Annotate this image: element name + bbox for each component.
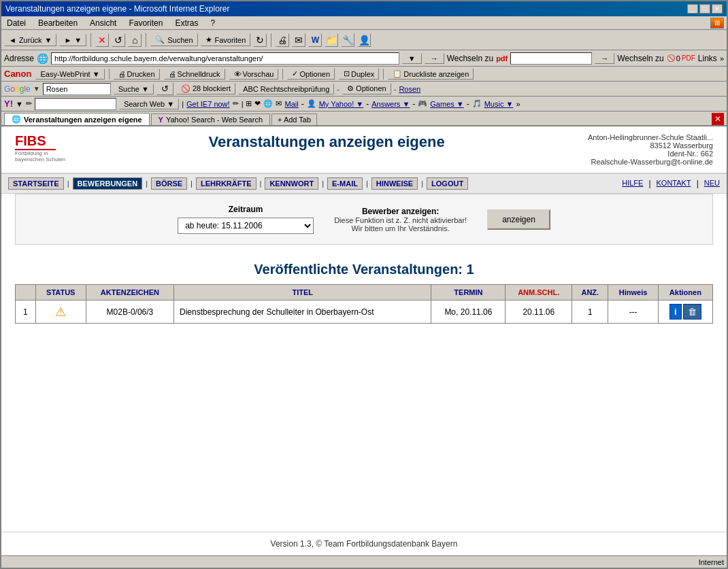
- yahoo-tools-icon: ⊞: [246, 99, 252, 108]
- yahoo-separator-icon: |: [182, 100, 184, 108]
- nav-hilfe[interactable]: HILFE: [622, 179, 643, 188]
- folder-button[interactable]: 📁: [325, 33, 338, 47]
- menu-favoriten[interactable]: Favoriten: [126, 18, 165, 28]
- yahoo-dot: -: [301, 99, 304, 109]
- info-button[interactable]: i: [669, 304, 682, 320]
- forward-arrow-icon: ►: [64, 36, 71, 44]
- yahoo-myyahoo-link[interactable]: My Yahoo! ▼: [319, 100, 364, 108]
- duplex-button[interactable]: ⊡ Duplex: [339, 68, 379, 80]
- close-button[interactable]: ✕: [712, 4, 723, 14]
- yahoo-dot4: -: [467, 99, 469, 109]
- drucken-button[interactable]: 🖨 Drucken: [114, 69, 160, 80]
- forward-button[interactable]: ► ▼: [59, 34, 86, 46]
- tab-veranstaltungen[interactable]: 🌐 Veranstaltungen anzeigen eigene: [4, 113, 150, 125]
- yahoo-answers-link[interactable]: Answers ▼: [371, 100, 410, 108]
- nav-email[interactable]: E-MAIL: [327, 177, 363, 190]
- yahoo-logo: Y!: [4, 99, 13, 109]
- nav-lehrkraefte[interactable]: LEHRKRÄFTE: [196, 177, 257, 190]
- user-button[interactable]: 👤: [357, 33, 371, 47]
- wechseln-label-2: Wechseln zu: [617, 54, 663, 63]
- address-input[interactable]: [51, 52, 399, 65]
- zeitraum-select[interactable]: ab heute: 15.11.2006: [178, 218, 314, 234]
- nav-kontakt[interactable]: KONTAKT: [657, 179, 691, 188]
- media-button[interactable]: ↻: [253, 33, 267, 47]
- back-button[interactable]: ◄ Zurück ▼: [4, 34, 56, 46]
- pdf-go-button[interactable]: →: [595, 53, 614, 64]
- stop-button[interactable]: ✕: [95, 33, 109, 47]
- schnelldruck-button[interactable]: 🖨 Schnelldruck: [164, 69, 225, 80]
- yahoo-dropdown[interactable]: ▼: [16, 100, 23, 108]
- row-titel: Dienstbesprechung der Schulleiter in Obe…: [173, 300, 431, 324]
- nav-startseite[interactable]: STARTSEITE: [8, 177, 64, 190]
- school-name: Anton-Heilingbrunner-Schule Staatli...: [588, 133, 713, 141]
- search-button[interactable]: 🔍 Suchen: [150, 33, 197, 46]
- maximize-button[interactable]: □: [699, 4, 710, 14]
- nav-hinweise[interactable]: HINWEISE: [371, 177, 418, 190]
- yahoo-search-button[interactable]: Search Web ▼: [119, 99, 179, 109]
- yahoo-music-link[interactable]: Music ▼: [484, 100, 514, 108]
- status-bar: Internet: [1, 555, 727, 568]
- tab-yahoo[interactable]: Y Yahoo! Search - Web Search: [151, 114, 270, 125]
- bewerber-label: Bewerber anzeigen:: [334, 207, 467, 216]
- word-button[interactable]: W: [308, 33, 322, 47]
- window-controls: _ □ ✕: [687, 4, 723, 14]
- canon-logo: Canon: [4, 69, 31, 79]
- nav-kennwort[interactable]: KENNWORT: [265, 177, 318, 190]
- address-dropdown-button[interactable]: ▼: [402, 53, 422, 64]
- easy-webprint-button[interactable]: Easy-WebPrint ▼: [35, 69, 104, 80]
- nav-logout[interactable]: LOGOUT: [427, 177, 468, 190]
- menu-datei[interactable]: Datei: [4, 18, 29, 28]
- vorschau-button[interactable]: 👁 Vorschau: [229, 69, 279, 80]
- google-refresh-icon[interactable]: ↺: [156, 82, 173, 95]
- counter-icon: 🚫: [667, 54, 675, 62]
- yahoo-search-input[interactable]: [35, 98, 116, 110]
- nav-boerse[interactable]: BÖRSE: [151, 177, 187, 190]
- tab-add-button[interactable]: + Add Tab: [271, 114, 317, 125]
- table-header-row: STATUS AKTENZEICHEN TITEL TERMIN ANM.SCH…: [16, 285, 713, 300]
- yahoo-person-icon: 👤: [307, 99, 316, 108]
- yahoo-games-link[interactable]: Games ▼: [430, 100, 463, 108]
- menu-ansicht[interactable]: Ansicht: [87, 18, 119, 28]
- google-dropdown[interactable]: ▼: [33, 85, 40, 92]
- google-optionen-button[interactable]: ⚙ Optionen: [342, 83, 391, 94]
- row-aktionen: i 🗑: [658, 300, 712, 324]
- nav-bewerbungen[interactable]: BEWERBUNGEN: [73, 177, 143, 190]
- yahoo-edit2-icon: ✏: [233, 99, 239, 108]
- druckliste-button[interactable]: 📋 Druckliste anzeigen: [388, 68, 474, 80]
- google-search-button[interactable]: Suche ▼: [114, 84, 154, 94]
- links-arrow-icon: »: [720, 54, 724, 63]
- browser-window: Veranstaltungen anzeigen eigene - Micros…: [0, 0, 728, 569]
- tab-close-button[interactable]: ✕: [712, 113, 724, 125]
- menu-bar: Datei Bearbeiten Ansicht Favoriten Extra…: [1, 16, 727, 30]
- yahoo-mail-link[interactable]: Mail: [284, 100, 298, 108]
- google-search-input[interactable]: [43, 83, 111, 95]
- nav-sep-3: |: [191, 179, 193, 188]
- yahoo-get-ie7-link[interactable]: Get IE7 now!: [186, 100, 230, 108]
- pdf-input[interactable]: [510, 52, 592, 65]
- page-content: FIBS Fortbildung inbayerischen Schulen V…: [1, 126, 727, 555]
- row-termin: Mo, 20.11.06: [431, 300, 506, 324]
- footer-text: Version 1.3, © Team Fortbildungsdatenban…: [271, 539, 458, 549]
- title-bar: Veranstaltungen anzeigen eigene - Micros…: [1, 1, 727, 16]
- yahoo-globe-icon: 🌐: [263, 99, 273, 108]
- anzeigen-button[interactable]: anzeigen: [487, 209, 550, 230]
- mail-button[interactable]: ✉: [292, 33, 305, 47]
- counter-area: 🚫 0 PDF: [667, 54, 695, 63]
- optionen-button[interactable]: ✓ Optionen: [287, 68, 335, 80]
- delete-button[interactable]: 🗑: [683, 304, 701, 320]
- menu-extras[interactable]: Extras: [172, 18, 201, 28]
- google-logo: Google: [4, 84, 31, 94]
- favorites-button[interactable]: ★ Favoriten: [201, 33, 251, 46]
- home-button[interactable]: ⌂: [128, 33, 142, 47]
- print-button[interactable]: 🖨: [276, 33, 289, 47]
- google-blocked-button[interactable]: 🚫 28 blockiert: [176, 83, 235, 94]
- rosen-link[interactable]: Rosen: [399, 85, 420, 93]
- tools-button[interactable]: 🔧: [341, 33, 354, 47]
- menu-bearbeiten[interactable]: Bearbeiten: [35, 18, 80, 28]
- minimize-button[interactable]: _: [687, 4, 698, 14]
- menu-help[interactable]: ?: [208, 18, 218, 28]
- nav-neu[interactable]: NEU: [704, 179, 720, 188]
- rechtschreibung-button[interactable]: ABC Rechtschreibprüfung: [238, 84, 334, 94]
- refresh-button[interactable]: ↺: [112, 33, 125, 47]
- go-button[interactable]: →: [425, 53, 444, 64]
